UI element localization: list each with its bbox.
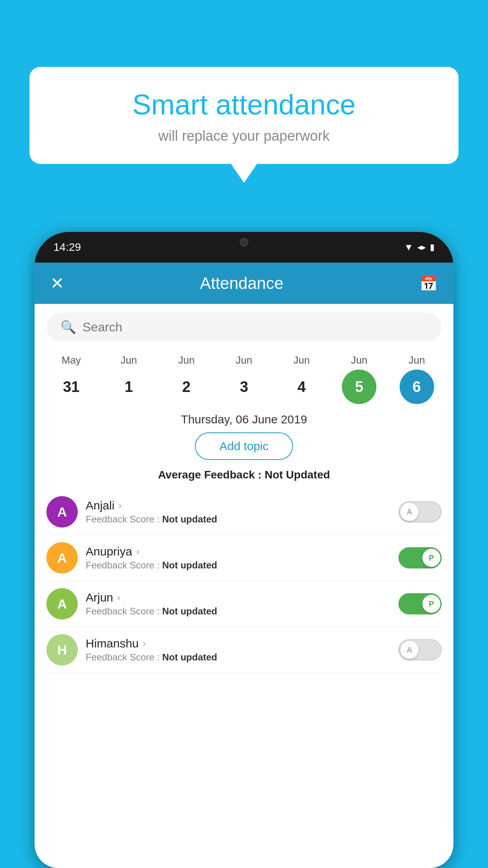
list-item[interactable]: AAnupriya ›Feedback Score : Not updatedP bbox=[42, 535, 446, 581]
feedback-score: Feedback Score : Not updated bbox=[86, 560, 391, 571]
calendar-date-number[interactable]: 2 bbox=[169, 370, 204, 404]
calendar-month-label: Jun bbox=[236, 354, 252, 366]
speech-bubble: Smart attendance will replace your paper… bbox=[29, 67, 459, 164]
toggle-knob: A bbox=[400, 503, 418, 521]
calendar-date-number[interactable]: 5 bbox=[342, 370, 376, 404]
search-input[interactable] bbox=[83, 320, 427, 335]
student-info: Himanshu ›Feedback Score : Not updated bbox=[86, 637, 391, 663]
status-icons: ▼ ◂▸ ▮ bbox=[404, 242, 435, 253]
calendar-month-label: Jun bbox=[351, 354, 367, 366]
attendance-toggle[interactable]: A bbox=[398, 501, 442, 522]
attendance-toggle[interactable]: P bbox=[398, 593, 442, 614]
calendar-day[interactable]: Jun1 bbox=[105, 354, 152, 404]
average-feedback: Average Feedback : Not Updated bbox=[35, 469, 453, 481]
avatar: A bbox=[46, 496, 78, 528]
date-heading: Thursday, 06 June 2019 bbox=[35, 413, 453, 426]
calendar-day[interactable]: May31 bbox=[48, 354, 95, 404]
calendar-date-number[interactable]: 3 bbox=[227, 370, 261, 404]
calendar-month-label: Jun bbox=[121, 354, 137, 366]
phone-frame: 14:29 ▼ ◂▸ ▮ ✕ Attendance 📅 🔍 May31Jun1J… bbox=[35, 232, 453, 868]
battery-icon: ▮ bbox=[430, 242, 435, 252]
app-header: ✕ Attendance 📅 bbox=[35, 263, 453, 304]
calendar-month-label: Jun bbox=[409, 354, 425, 366]
calendar-date-number[interactable]: 4 bbox=[284, 370, 319, 404]
feedback-score: Feedback Score : Not updated bbox=[86, 652, 391, 663]
chevron-right-icon: › bbox=[117, 592, 120, 603]
list-item[interactable]: AAnjali ›Feedback Score : Not updatedA bbox=[42, 489, 446, 535]
calendar-month-label: Jun bbox=[294, 354, 310, 366]
front-camera bbox=[240, 238, 248, 246]
student-info: Anupriya ›Feedback Score : Not updated bbox=[86, 545, 391, 571]
wifi-icon: ▼ bbox=[404, 242, 413, 253]
chevron-right-icon: › bbox=[118, 500, 121, 511]
search-bar: 🔍 bbox=[46, 313, 442, 342]
student-name: Arjun › bbox=[86, 591, 391, 604]
add-topic-button[interactable]: Add topic bbox=[195, 432, 293, 460]
calendar-date-number[interactable]: 31 bbox=[54, 370, 88, 404]
calendar-month-label: Jun bbox=[178, 354, 194, 366]
close-button[interactable]: ✕ bbox=[50, 274, 64, 293]
list-item[interactable]: HHimanshu ›Feedback Score : Not updatedA bbox=[42, 627, 446, 673]
search-icon: 🔍 bbox=[61, 320, 76, 335]
list-item[interactable]: AArjun ›Feedback Score : Not updatedP bbox=[42, 581, 446, 627]
calendar-row: May31Jun1Jun2Jun3Jun4Jun5Jun6 bbox=[35, 350, 453, 404]
toggle-knob: P bbox=[422, 549, 440, 567]
signal-icon: ◂▸ bbox=[417, 242, 426, 252]
avatar: A bbox=[46, 588, 78, 620]
calendar-day[interactable]: Jun6 bbox=[393, 354, 440, 404]
calendar-month-label: May bbox=[62, 354, 81, 366]
attendance-toggle[interactable]: P bbox=[398, 547, 442, 568]
page-title: Attendance bbox=[200, 274, 284, 293]
feedback-score: Feedback Score : Not updated bbox=[86, 514, 391, 525]
speech-title: Smart attendance bbox=[53, 88, 435, 121]
toggle-knob: P bbox=[422, 595, 440, 613]
avatar: H bbox=[46, 634, 78, 666]
student-name: Anupriya › bbox=[86, 545, 391, 558]
status-bar: 14:29 ▼ ◂▸ ▮ bbox=[35, 232, 453, 263]
calendar-day[interactable]: Jun2 bbox=[163, 354, 210, 404]
calendar-date-number[interactable]: 6 bbox=[400, 370, 434, 404]
feedback-score: Feedback Score : Not updated bbox=[86, 606, 391, 617]
chevron-right-icon: › bbox=[136, 546, 139, 557]
calendar-day[interactable]: Jun5 bbox=[336, 354, 383, 404]
notch bbox=[220, 232, 268, 252]
chevron-right-icon: › bbox=[143, 638, 146, 649]
calendar-day[interactable]: Jun4 bbox=[278, 354, 325, 404]
app-screen: ✕ Attendance 📅 🔍 May31Jun1Jun2Jun3Jun4Ju… bbox=[35, 263, 453, 868]
toggle-knob: A bbox=[400, 641, 418, 659]
calendar-date-number[interactable]: 1 bbox=[112, 370, 146, 404]
student-info: Arjun ›Feedback Score : Not updated bbox=[86, 591, 391, 617]
student-name: Anjali › bbox=[86, 499, 391, 512]
calendar-icon[interactable]: 📅 bbox=[419, 275, 438, 292]
student-name: Himanshu › bbox=[86, 637, 391, 650]
calendar-day[interactable]: Jun3 bbox=[220, 354, 268, 404]
avg-feedback-label: Average Feedback : bbox=[158, 469, 264, 481]
avatar: A bbox=[46, 542, 78, 574]
avg-feedback-value: Not Updated bbox=[264, 469, 330, 481]
student-info: Anjali ›Feedback Score : Not updated bbox=[86, 499, 391, 525]
student-list: AAnjali ›Feedback Score : Not updatedAAA… bbox=[35, 489, 453, 673]
attendance-toggle[interactable]: A bbox=[398, 639, 442, 660]
clock: 14:29 bbox=[53, 241, 81, 254]
speech-subtitle: will replace your paperwork bbox=[53, 128, 435, 144]
